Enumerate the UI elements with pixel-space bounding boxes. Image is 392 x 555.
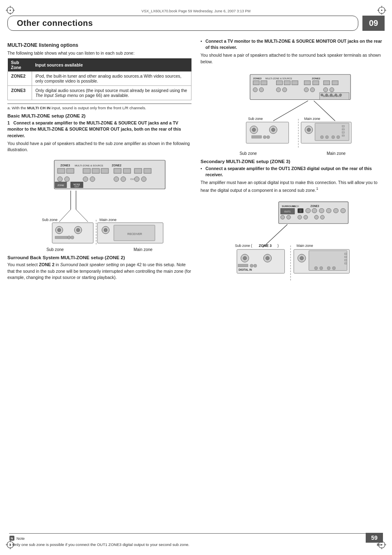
svg-text:OUT: OUT [74, 185, 79, 188]
svg-rect-164 [345, 256, 347, 258]
svg-rect-138 [281, 215, 285, 219]
step1-bold: 1 Connect a separate amplifier to the MU… [7, 120, 191, 139]
corner-mark-tl [6, 6, 15, 15]
left-column: MULTI-ZONE listening options The followi… [7, 38, 191, 286]
svg-point-157 [254, 264, 257, 267]
svg-text:BACK: BACK [293, 205, 299, 207]
file-info: VSX_LX60LX70.book Page 59 Wednesday, Jun… [7, 9, 385, 13]
diagram-tv-monitor: ZONE3 MULTI-ZONE & SOURCE ZONE2 [201, 68, 385, 156]
table-cell-zone2: ZONE2 [8, 71, 32, 86]
svg-rect-87 [283, 88, 287, 92]
page-number: 59 [366, 533, 383, 543]
svg-point-110 [263, 136, 266, 139]
note-title: Note [16, 536, 25, 541]
svg-rect-42 [121, 177, 126, 182]
svg-text:Sub zone: Sub zone [248, 117, 263, 121]
svg-point-122 [332, 136, 335, 139]
svg-text:Sub zone: Sub zone [42, 218, 58, 222]
main-content: MULTI-ZONE listening options The followi… [7, 38, 385, 286]
footer-footnote-box: N Note 1 Only one sub zone is possible i… [9, 533, 366, 547]
svg-rect-88 [304, 88, 308, 92]
footer-footnote1: 1 Only one sub zone is possible if you c… [9, 542, 189, 547]
svg-point-111 [267, 136, 270, 139]
svg-rect-37 [58, 177, 62, 182]
diagram2-main-zone-label: Main zone [327, 151, 346, 156]
svg-rect-89 [310, 88, 314, 92]
svg-text:MULTI-ZONE & SOURCE: MULTI-ZONE & SOURCE [75, 164, 103, 167]
svg-rect-62 [55, 236, 67, 239]
svg-point-64 [71, 236, 74, 239]
svg-rect-40 [90, 177, 95, 182]
svg-text:N: N [11, 537, 13, 540]
svg-point-106 [252, 128, 256, 131]
svg-point-98 [339, 94, 342, 96]
bullet1-bold: Connect a TV monitor to the MULTI-ZONE &… [205, 39, 382, 50]
footer-content: N Note 1 Only one sub zone is possible i… [9, 531, 366, 547]
svg-rect-31 [92, 168, 99, 173]
svg-rect-78 [284, 81, 290, 85]
svg-rect-165 [345, 260, 347, 261]
svg-point-96 [330, 94, 332, 96]
svg-text:ZONE3: ZONE3 [311, 205, 319, 207]
diagram1-svg: ZONE3 MULTI-ZONE & SOURCE ZONE2 [30, 156, 169, 246]
surround-back-text: You must select ZONE 2 in Surround back … [7, 262, 191, 281]
footnote-a-text: a. With the MULTI CH IN input, sound is … [7, 106, 146, 110]
svg-text:DIGITAL IN: DIGITAL IN [238, 269, 252, 272]
page-header: Other connections 09 [7, 16, 385, 31]
svg-rect-86 [276, 88, 280, 92]
svg-text:ZONE2: ZONE2 [312, 76, 321, 79]
svg-point-95 [325, 94, 328, 96]
svg-rect-39 [83, 177, 88, 182]
svg-rect-141 [304, 215, 308, 219]
diagram1-sub-zone-label: Sub zone [46, 247, 64, 252]
svg-rect-131 [299, 210, 302, 212]
svg-rect-90 [323, 88, 327, 92]
diagram-zone3: SURROUND BACK ZONE3 OUT1 [201, 196, 385, 283]
section-basic-multizone-heading: Basic MULTI-ZONE setup (ZONE 2) [7, 113, 191, 118]
table-cell-zone3-desc: Only digital audio sources (the input so… [32, 86, 191, 100]
diagram2-svg: ZONE3 MULTI-ZONE & SOURCE ZONE2 [227, 68, 358, 150]
svg-text:Sub zone (: Sub zone ( [235, 244, 252, 248]
table-footnote: a. With the MULTI CH IN input, sound is … [7, 104, 191, 110]
svg-rect-133 [312, 209, 317, 213]
diagram1-labels: Sub zone Main zone [7, 247, 191, 252]
svg-point-114 [307, 128, 310, 131]
svg-rect-77 [276, 81, 282, 85]
table-header-zone: Sub Zone [8, 58, 32, 71]
svg-text:Main zone: Main zone [297, 244, 313, 248]
table-cell-zone2-desc: iPod, the built-in tuner and other analo… [32, 71, 191, 86]
svg-text:RECEIVER: RECEIVER [127, 233, 142, 235]
svg-rect-76 [261, 81, 267, 85]
svg-rect-29 [67, 168, 74, 173]
svg-rect-117 [342, 129, 344, 130]
svg-rect-143 [321, 215, 325, 219]
svg-rect-28 [58, 168, 65, 173]
diagram1-main-zone-label: Main zone [134, 247, 152, 252]
svg-point-120 [321, 136, 324, 139]
svg-rect-38 [65, 177, 69, 182]
table-cell-zone3: ZONE3 [8, 86, 32, 100]
svg-rect-140 [298, 215, 302, 219]
svg-point-154 [266, 256, 270, 260]
svg-text:ZONE3: ZONE3 [253, 76, 262, 79]
svg-rect-83 [332, 81, 338, 85]
svg-point-161 [300, 256, 304, 260]
diagram2-labels: Sub zone Main zone [201, 151, 385, 156]
table-row: ZONE2 iPod, the built-in tuner and other… [8, 71, 191, 86]
svg-rect-32 [101, 168, 108, 173]
svg-text:MULTI-ZONE & SOURCE: MULTI-ZONE & SOURCE [265, 77, 292, 79]
svg-point-156 [250, 264, 253, 267]
section-multizone-intro: The following table shows what you can l… [7, 50, 191, 56]
svg-point-61 [76, 228, 80, 232]
svg-rect-137 [341, 209, 346, 213]
svg-rect-116 [342, 125, 344, 127]
svg-text:ZONE: ZONE [58, 184, 65, 187]
svg-rect-75 [253, 81, 259, 85]
svg-rect-82 [323, 81, 330, 85]
svg-rect-79 [292, 81, 298, 85]
svg-rect-109 [251, 136, 261, 138]
table-header-inputs: Input sources available [32, 58, 191, 71]
svg-text:Main zone: Main zone [99, 218, 117, 222]
svg-rect-155 [238, 264, 248, 267]
diagram2-sub-zone-label: Sub zone [240, 151, 257, 156]
